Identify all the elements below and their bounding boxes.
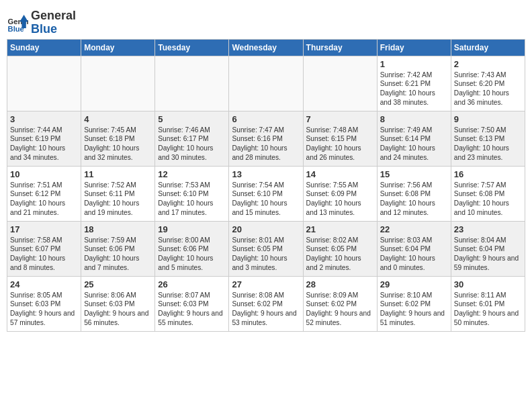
calendar-cell: 10Sunrise: 7:51 AM Sunset: 6:12 PM Dayli… bbox=[7, 166, 81, 221]
day-number: 15 bbox=[380, 169, 448, 179]
day-number: 28 bbox=[306, 279, 374, 289]
calendar-cell: 7Sunrise: 7:48 AM Sunset: 6:15 PM Daylig… bbox=[303, 111, 377, 166]
calendar-cell: 29Sunrise: 8:10 AM Sunset: 6:02 PM Dayli… bbox=[377, 276, 451, 331]
day-number: 16 bbox=[454, 169, 522, 179]
page-header: General Blue GeneralBlue bbox=[7, 7, 525, 36]
cell-details: Sunrise: 8:04 AM Sunset: 6:04 PM Dayligh… bbox=[454, 236, 522, 273]
day-number: 17 bbox=[10, 224, 78, 234]
calendar-cell: 14Sunrise: 7:55 AM Sunset: 6:09 PM Dayli… bbox=[303, 166, 377, 221]
calendar-cell: 1Sunrise: 7:42 AM Sunset: 6:21 PM Daylig… bbox=[377, 56, 451, 111]
cell-details: Sunrise: 7:50 AM Sunset: 6:13 PM Dayligh… bbox=[454, 126, 522, 163]
cell-details: Sunrise: 7:53 AM Sunset: 6:10 PM Dayligh… bbox=[158, 181, 226, 218]
day-number: 22 bbox=[380, 224, 448, 234]
cell-details: Sunrise: 7:52 AM Sunset: 6:11 PM Dayligh… bbox=[84, 181, 152, 218]
week-row-3: 10Sunrise: 7:51 AM Sunset: 6:12 PM Dayli… bbox=[7, 166, 525, 221]
calendar-cell: 4Sunrise: 7:45 AM Sunset: 6:18 PM Daylig… bbox=[81, 111, 155, 166]
calendar-cell: 25Sunrise: 8:06 AM Sunset: 6:03 PM Dayli… bbox=[81, 276, 155, 331]
day-number: 4 bbox=[84, 114, 152, 124]
cell-details: Sunrise: 7:58 AM Sunset: 6:07 PM Dayligh… bbox=[10, 236, 78, 273]
calendar-cell: 16Sunrise: 7:57 AM Sunset: 6:08 PM Dayli… bbox=[451, 166, 525, 221]
cell-details: Sunrise: 8:03 AM Sunset: 6:04 PM Dayligh… bbox=[380, 236, 448, 273]
calendar-cell: 2Sunrise: 7:43 AM Sunset: 6:20 PM Daylig… bbox=[451, 56, 525, 111]
day-number: 12 bbox=[158, 169, 226, 179]
cell-details: Sunrise: 8:00 AM Sunset: 6:06 PM Dayligh… bbox=[158, 236, 226, 273]
cell-details: Sunrise: 8:01 AM Sunset: 6:05 PM Dayligh… bbox=[232, 236, 300, 273]
calendar-cell: 22Sunrise: 8:03 AM Sunset: 6:04 PM Dayli… bbox=[377, 221, 451, 276]
calendar-cell: 18Sunrise: 7:59 AM Sunset: 6:06 PM Dayli… bbox=[81, 221, 155, 276]
calendar-cell bbox=[81, 56, 155, 111]
cell-details: Sunrise: 7:44 AM Sunset: 6:19 PM Dayligh… bbox=[10, 126, 78, 163]
calendar-cell: 12Sunrise: 7:53 AM Sunset: 6:10 PM Dayli… bbox=[155, 166, 229, 221]
day-number: 3 bbox=[10, 114, 78, 124]
day-number: 30 bbox=[454, 279, 522, 289]
calendar-cell: 30Sunrise: 8:11 AM Sunset: 6:01 PM Dayli… bbox=[451, 276, 525, 331]
day-header-thursday: Thursday bbox=[303, 39, 377, 56]
day-number: 7 bbox=[306, 114, 374, 124]
cell-details: Sunrise: 8:08 AM Sunset: 6:02 PM Dayligh… bbox=[232, 291, 300, 328]
cell-details: Sunrise: 7:48 AM Sunset: 6:15 PM Dayligh… bbox=[306, 126, 374, 163]
day-number: 23 bbox=[454, 224, 522, 234]
day-header-wednesday: Wednesday bbox=[229, 39, 303, 56]
day-header-saturday: Saturday bbox=[451, 39, 525, 56]
day-number: 6 bbox=[232, 114, 300, 124]
calendar-cell: 26Sunrise: 8:07 AM Sunset: 6:03 PM Dayli… bbox=[155, 276, 229, 331]
cell-details: Sunrise: 7:54 AM Sunset: 6:10 PM Dayligh… bbox=[232, 181, 300, 218]
calendar-cell: 21Sunrise: 8:02 AM Sunset: 6:05 PM Dayli… bbox=[303, 221, 377, 276]
day-number: 19 bbox=[158, 224, 226, 234]
calendar-cell: 13Sunrise: 7:54 AM Sunset: 6:10 PM Dayli… bbox=[229, 166, 303, 221]
day-number: 11 bbox=[84, 169, 152, 179]
week-row-1: 1Sunrise: 7:42 AM Sunset: 6:21 PM Daylig… bbox=[7, 56, 525, 111]
calendar-cell: 27Sunrise: 8:08 AM Sunset: 6:02 PM Dayli… bbox=[229, 276, 303, 331]
day-number: 27 bbox=[232, 279, 300, 289]
cell-details: Sunrise: 7:45 AM Sunset: 6:18 PM Dayligh… bbox=[84, 126, 152, 163]
cell-details: Sunrise: 8:09 AM Sunset: 6:02 PM Dayligh… bbox=[306, 291, 374, 328]
calendar-header-row: SundayMondayTuesdayWednesdayThursdayFrid… bbox=[7, 39, 525, 56]
week-row-4: 17Sunrise: 7:58 AM Sunset: 6:07 PM Dayli… bbox=[7, 221, 525, 276]
day-number: 5 bbox=[158, 114, 226, 124]
cell-details: Sunrise: 8:05 AM Sunset: 6:03 PM Dayligh… bbox=[10, 291, 78, 328]
day-number: 26 bbox=[158, 279, 226, 289]
day-number: 14 bbox=[306, 169, 374, 179]
day-number: 25 bbox=[84, 279, 152, 289]
day-number: 29 bbox=[380, 279, 448, 289]
calendar-cell: 9Sunrise: 7:50 AM Sunset: 6:13 PM Daylig… bbox=[451, 111, 525, 166]
cell-details: Sunrise: 7:55 AM Sunset: 6:09 PM Dayligh… bbox=[306, 181, 374, 218]
svg-text:Blue: Blue bbox=[8, 25, 24, 33]
day-number: 10 bbox=[10, 169, 78, 179]
day-number: 2 bbox=[454, 59, 522, 69]
cell-details: Sunrise: 7:49 AM Sunset: 6:14 PM Dayligh… bbox=[380, 126, 448, 163]
day-header-friday: Friday bbox=[377, 39, 451, 56]
day-number: 24 bbox=[10, 279, 78, 289]
day-number: 9 bbox=[454, 114, 522, 124]
cell-details: Sunrise: 7:56 AM Sunset: 6:08 PM Dayligh… bbox=[380, 181, 448, 218]
day-number: 18 bbox=[84, 224, 152, 234]
cell-details: Sunrise: 8:06 AM Sunset: 6:03 PM Dayligh… bbox=[84, 291, 152, 328]
calendar-cell bbox=[155, 56, 229, 111]
cell-details: Sunrise: 7:59 AM Sunset: 6:06 PM Dayligh… bbox=[84, 236, 152, 273]
calendar-cell: 20Sunrise: 8:01 AM Sunset: 6:05 PM Dayli… bbox=[229, 221, 303, 276]
calendar-cell bbox=[303, 56, 377, 111]
calendar-cell: 5Sunrise: 7:46 AM Sunset: 6:17 PM Daylig… bbox=[155, 111, 229, 166]
cell-details: Sunrise: 7:47 AM Sunset: 6:16 PM Dayligh… bbox=[232, 126, 300, 163]
week-row-2: 3Sunrise: 7:44 AM Sunset: 6:19 PM Daylig… bbox=[7, 111, 525, 166]
logo: General Blue GeneralBlue bbox=[7, 9, 76, 36]
calendar-cell: 17Sunrise: 7:58 AM Sunset: 6:07 PM Dayli… bbox=[7, 221, 81, 276]
calendar-cell bbox=[229, 56, 303, 111]
calendar-table: SundayMondayTuesdayWednesdayThursdayFrid… bbox=[7, 39, 525, 332]
cell-details: Sunrise: 7:57 AM Sunset: 6:08 PM Dayligh… bbox=[454, 181, 522, 218]
calendar-cell: 11Sunrise: 7:52 AM Sunset: 6:11 PM Dayli… bbox=[81, 166, 155, 221]
cell-details: Sunrise: 7:43 AM Sunset: 6:20 PM Dayligh… bbox=[454, 71, 522, 107]
day-number: 8 bbox=[380, 114, 448, 124]
cell-details: Sunrise: 8:11 AM Sunset: 6:01 PM Dayligh… bbox=[454, 291, 522, 328]
day-header-sunday: Sunday bbox=[7, 39, 81, 56]
day-number: 20 bbox=[232, 224, 300, 234]
day-number: 1 bbox=[380, 59, 448, 69]
logo-icon: General Blue bbox=[7, 12, 28, 34]
calendar-cell: 8Sunrise: 7:49 AM Sunset: 6:14 PM Daylig… bbox=[377, 111, 451, 166]
calendar-cell: 3Sunrise: 7:44 AM Sunset: 6:19 PM Daylig… bbox=[7, 111, 81, 166]
calendar-cell: 15Sunrise: 7:56 AM Sunset: 6:08 PM Dayli… bbox=[377, 166, 451, 221]
cell-details: Sunrise: 8:02 AM Sunset: 6:05 PM Dayligh… bbox=[306, 236, 374, 273]
day-number: 13 bbox=[232, 169, 300, 179]
calendar-cell: 6Sunrise: 7:47 AM Sunset: 6:16 PM Daylig… bbox=[229, 111, 303, 166]
day-header-tuesday: Tuesday bbox=[155, 39, 229, 56]
